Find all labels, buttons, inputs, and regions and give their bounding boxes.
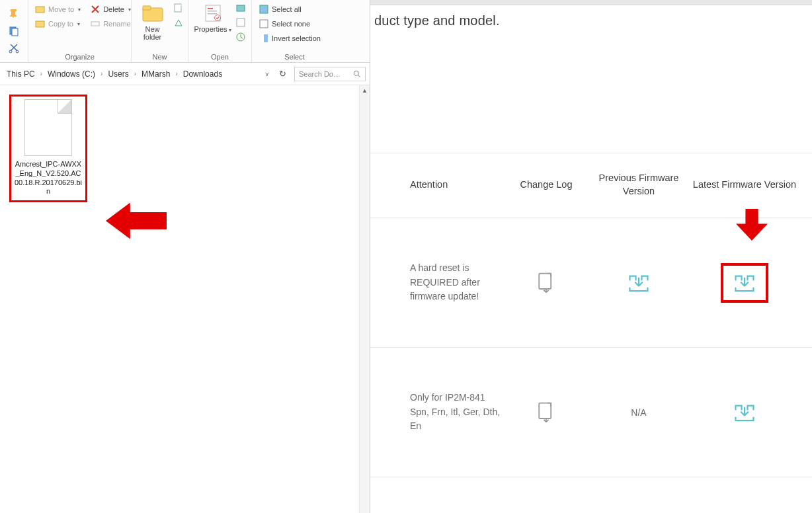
new-folder-button[interactable]: New folder <box>136 3 169 41</box>
new-group-label: New <box>136 52 184 61</box>
svg-rect-16 <box>237 19 245 26</box>
svg-rect-19 <box>260 20 268 28</box>
annotation-arrow-down <box>735 209 768 241</box>
file-icon <box>24 99 72 156</box>
properties-label: Properties <box>194 25 231 33</box>
select-none-label: Select none <box>272 20 310 28</box>
select-group-label: Select <box>256 52 333 61</box>
svg-rect-11 <box>208 8 213 9</box>
svg-rect-18 <box>260 5 268 13</box>
web-panel: duct type and model. Attention Change Lo… <box>370 0 812 513</box>
rename-button[interactable]: Rename <box>87 17 134 30</box>
change-log-icon[interactable] <box>534 271 558 295</box>
address-dropdown-icon[interactable]: v <box>263 71 272 77</box>
ribbon: Move to Copy to Delete Rename <box>0 0 370 63</box>
svg-rect-15 <box>237 5 245 11</box>
delete-label: Delete <box>103 5 124 13</box>
crumb-downloads[interactable]: Downloads <box>181 69 225 79</box>
svg-point-22 <box>354 71 359 75</box>
ribbon-group-new: New folder New <box>131 0 188 62</box>
search-placeholder: Search Do… <box>299 70 341 78</box>
move-to-button[interactable]: Move to <box>32 3 83 16</box>
table-row: Only for IP2M-841 Spn, Frn, Itl, Ger, Dt… <box>370 348 812 477</box>
previous-firmware-na: N/A <box>586 407 692 418</box>
ribbon-group-organize: Move to Copy to Delete Rename <box>28 0 131 62</box>
change-log-icon[interactable] <box>534 401 558 424</box>
svg-rect-21 <box>260 34 264 42</box>
new-folder-icon <box>142 3 163 24</box>
history-icon[interactable] <box>235 32 246 42</box>
edit-icon[interactable] <box>235 17 246 28</box>
svg-rect-24 <box>539 403 551 418</box>
search-icon <box>353 70 361 78</box>
attention-line1: Only for IP2M-841 <box>410 392 485 403</box>
crumb-users[interactable]: Users <box>105 69 131 79</box>
scroll-up-icon[interactable]: ▲ <box>360 85 370 96</box>
copy-to-button[interactable]: Copy to <box>32 17 83 30</box>
previous-firmware-download-button[interactable] <box>627 271 651 295</box>
crumb-this-pc[interactable]: This PC <box>4 69 38 79</box>
copy-to-label: Copy to <box>48 20 73 28</box>
svg-rect-5 <box>36 21 44 27</box>
invert-selection-button[interactable]: Invert selection <box>256 32 323 45</box>
search-input[interactable]: Search Do… <box>294 67 366 81</box>
open-icon[interactable] <box>235 3 246 13</box>
svg-rect-9 <box>175 4 181 12</box>
new-folder-label: New folder <box>136 25 169 41</box>
svg-rect-6 <box>91 22 99 26</box>
cut-icon[interactable] <box>9 43 19 54</box>
open-group-label: Open <box>192 52 247 61</box>
col-attention: Attention <box>410 178 507 192</box>
latest-firmware-download-button[interactable] <box>721 263 768 303</box>
attention-line2: Spn, Frn, Itl, Ger, Dth, En <box>410 407 500 432</box>
select-none-button[interactable]: Select none <box>256 17 323 30</box>
crumb-drive[interactable]: Windows (C:) <box>45 69 98 79</box>
properties-button[interactable]: Properties <box>194 3 231 33</box>
attention-text: Only for IP2M-841 Spn, Frn, Itl, Ger, Dt… <box>410 391 507 434</box>
svg-rect-8 <box>143 6 151 10</box>
annotation-arrow-left <box>106 201 167 241</box>
properties-icon <box>202 3 223 24</box>
browser-chrome-sliver <box>370 0 812 5</box>
easy-access-icon[interactable] <box>173 17 184 28</box>
crumb-user[interactable]: MMarsh <box>139 69 173 79</box>
vertical-scrollbar[interactable]: ▲ <box>359 85 370 513</box>
refresh-icon[interactable]: ↻ <box>275 69 290 79</box>
firmware-table: Attention Change Log Previous Firmware V… <box>370 153 812 477</box>
col-previous: Previous Firmware Version <box>586 172 692 198</box>
organize-group-label: Organize <box>32 52 127 61</box>
invert-selection-label: Invert selection <box>272 34 321 42</box>
page-title: duct type and model. <box>370 5 812 28</box>
file-explorer-window: Move to Copy to Delete Rename <box>0 0 370 513</box>
file-name: Amcrest_IPC-AWXX_Eng_N_V2.520.AC00.18.R.… <box>14 160 83 196</box>
delete-button[interactable]: Delete <box>87 3 134 16</box>
file-list-area[interactable]: Amcrest_IPC-AWXX_Eng_N_V2.520.AC00.18.R.… <box>0 85 370 212</box>
latest-firmware-download-button[interactable] <box>733 401 756 424</box>
ribbon-quick-strip <box>0 0 28 62</box>
svg-rect-12 <box>208 11 217 12</box>
file-item[interactable]: Amcrest_IPC-AWXX_Eng_N_V2.520.AC00.18.R.… <box>9 95 87 202</box>
svg-rect-13 <box>208 13 217 15</box>
attention-text: A hard reset is REQUIRED after firmware … <box>410 261 507 304</box>
select-all-button[interactable]: Select all <box>256 3 323 16</box>
svg-rect-1 <box>12 28 18 36</box>
pin-icon[interactable] <box>9 9 19 19</box>
col-change-log: Change Log <box>507 178 586 192</box>
move-to-label: Move to <box>48 5 74 13</box>
col-latest: Latest Firmware Version <box>692 178 797 192</box>
svg-rect-23 <box>539 273 551 288</box>
copy-icon[interactable] <box>9 26 19 36</box>
address-bar: This PC› Windows (C:)› Users› MMarsh› Do… <box>0 63 370 85</box>
new-item-icon[interactable] <box>173 3 184 13</box>
select-all-label: Select all <box>272 5 302 13</box>
breadcrumb[interactable]: This PC› Windows (C:)› Users› MMarsh› Do… <box>4 69 225 79</box>
ribbon-group-select: Select all Select none Invert selection … <box>251 0 337 62</box>
rename-label: Rename <box>103 20 131 28</box>
svg-rect-4 <box>36 7 44 13</box>
ribbon-group-open: Properties Open <box>188 0 251 62</box>
